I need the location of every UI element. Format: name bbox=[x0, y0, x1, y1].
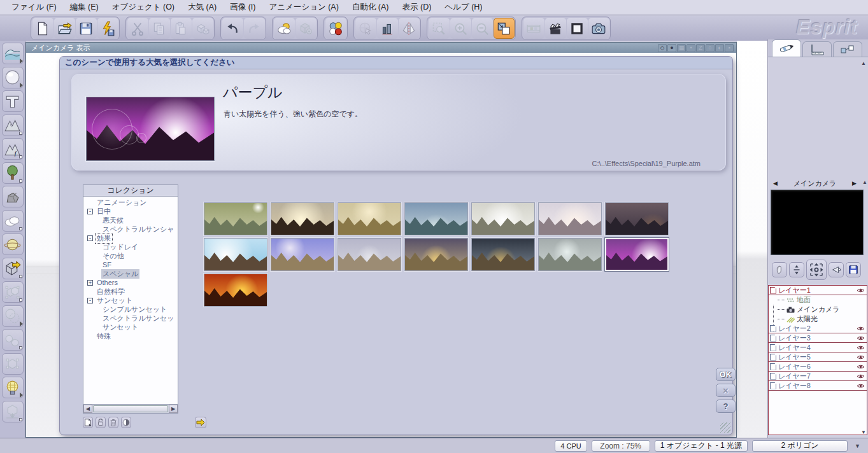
scene-object-row[interactable]: メインカメラ bbox=[769, 305, 867, 314]
object-count-button[interactable]: 1 オブジェクト - 1 光源 bbox=[655, 440, 748, 452]
atmosphere-thumbnail[interactable] bbox=[404, 238, 468, 271]
next-camera-icon[interactable]: ▶ bbox=[848, 180, 860, 186]
atmosphere-thumbnail[interactable] bbox=[471, 238, 535, 271]
atmosphere-thumbnail[interactable] bbox=[338, 238, 401, 271]
cloud-tool[interactable] bbox=[2, 210, 24, 232]
tree-item[interactable]: シンプルサンセット bbox=[85, 305, 176, 314]
save-view-icon[interactable] bbox=[846, 262, 861, 277]
scroll-left-icon[interactable]: ◀ bbox=[83, 405, 92, 413]
plus-toggle-icon[interactable]: + bbox=[87, 280, 93, 286]
object-stats-icon[interactable] bbox=[377, 18, 398, 39]
tree-item[interactable]: -サンセット bbox=[85, 296, 176, 305]
layer-row[interactable]: レイヤー6 bbox=[769, 362, 867, 372]
render-camera-icon[interactable] bbox=[588, 18, 609, 39]
new-scene-icon[interactable] bbox=[32, 18, 53, 39]
atmosphere-thumbnail[interactable] bbox=[404, 202, 468, 235]
minus-toggle-icon[interactable]: - bbox=[87, 235, 93, 241]
tree-item[interactable]: +Others bbox=[85, 278, 176, 287]
atmosphere-thumbnail[interactable] bbox=[538, 238, 602, 271]
scroll-up-icon[interactable]: ▲ bbox=[861, 60, 866, 66]
elevation-icon[interactable] bbox=[789, 262, 804, 277]
tree-item[interactable]: その他 bbox=[85, 251, 176, 260]
minus-toggle-icon[interactable]: - bbox=[87, 209, 93, 214]
mirror-icon[interactable] bbox=[399, 18, 420, 39]
polygon-count-button[interactable]: 2 ポリゴン bbox=[752, 440, 848, 452]
status-dropdown-icon[interactable]: ▼ bbox=[852, 443, 863, 449]
atmosphere-thumbnail[interactable] bbox=[605, 238, 669, 271]
pan-hand-icon[interactable] bbox=[772, 262, 787, 277]
scene-object-row[interactable]: 太陽光 bbox=[769, 314, 867, 324]
visibility-eye-icon[interactable] bbox=[857, 335, 865, 341]
layer-row[interactable]: レイヤー1 bbox=[769, 286, 867, 295]
cancel-button[interactable]: × bbox=[716, 384, 736, 397]
layer-row[interactable]: レイヤー4 bbox=[769, 343, 867, 352]
apply-icon[interactable] bbox=[195, 417, 206, 428]
tab-links[interactable] bbox=[833, 41, 862, 57]
planet-tool[interactable] bbox=[2, 233, 24, 255]
visibility-eye-icon[interactable] bbox=[857, 345, 865, 351]
tree-item[interactable]: サンセット bbox=[85, 323, 176, 331]
tree-item[interactable]: ゴッドレイ bbox=[85, 242, 176, 251]
scrollbar-thumb[interactable] bbox=[93, 405, 168, 412]
layer-row[interactable]: レイヤー5 bbox=[769, 352, 867, 362]
tree-item[interactable]: 自然科学 bbox=[85, 287, 176, 296]
atmosphere-thumbnail[interactable] bbox=[271, 202, 334, 235]
atmosphere-thumbnail[interactable] bbox=[204, 202, 267, 235]
tab-measure[interactable] bbox=[802, 41, 832, 57]
help-button[interactable]: ? bbox=[716, 400, 736, 413]
procedural-terrain-tool[interactable]: f bbox=[2, 138, 24, 160]
menu-item[interactable]: 編集 (E) bbox=[70, 2, 112, 13]
tab-objects[interactable] bbox=[772, 39, 801, 57]
open-file-icon[interactable] bbox=[54, 18, 75, 39]
sphere-tool[interactable] bbox=[2, 67, 24, 88]
atmosphere-thumbnail[interactable] bbox=[271, 238, 334, 271]
visibility-eye-icon[interactable] bbox=[857, 326, 865, 331]
zoom-level-button[interactable]: Zoom : 75% bbox=[592, 440, 650, 452]
rotate-camera-icon[interactable] bbox=[829, 262, 844, 277]
text-tool[interactable] bbox=[2, 90, 24, 112]
light-tool[interactable] bbox=[2, 377, 24, 398]
atmosphere-thumbnail[interactable] bbox=[338, 202, 401, 235]
visibility-eye-icon[interactable] bbox=[857, 354, 865, 360]
save-icon[interactable] bbox=[76, 18, 97, 39]
menu-item[interactable]: 大気 (A) bbox=[188, 2, 230, 13]
collection-h-scrollbar[interactable]: ◀ ▶ bbox=[83, 404, 178, 413]
camera-scroll-up-icon[interactable]: ▲ bbox=[862, 179, 867, 185]
visibility-eye-icon[interactable] bbox=[857, 288, 865, 293]
atmosphere-thumbnail[interactable] bbox=[471, 202, 535, 235]
cpu-count-button[interactable]: 4 CPU bbox=[555, 440, 587, 452]
menu-item[interactable]: 画像 (I) bbox=[230, 2, 269, 13]
tree-item[interactable]: スペシャル bbox=[85, 269, 176, 278]
terrain-tool[interactable] bbox=[2, 115, 24, 136]
window-titlebar[interactable]: メインカメラ 表示 ◇●▦•Z○◐▪ bbox=[26, 43, 736, 53]
prev-camera-icon[interactable]: ◀ bbox=[769, 180, 781, 186]
visibility-eye-icon[interactable] bbox=[857, 373, 865, 379]
wireframe-cube-icon[interactable]: ◇ bbox=[658, 44, 667, 52]
atmosphere-thumbnail[interactable] bbox=[605, 202, 669, 235]
undo-icon[interactable] bbox=[222, 18, 243, 39]
delete-icon[interactable] bbox=[108, 417, 118, 428]
rock-tool[interactable] bbox=[2, 186, 24, 207]
scroll-right-icon[interactable]: ▶ bbox=[169, 405, 178, 413]
menu-item[interactable]: ヘルプ (H) bbox=[445, 2, 495, 13]
menu-item[interactable]: 自動化 (A) bbox=[352, 2, 402, 13]
tree-tool[interactable] bbox=[2, 162, 24, 184]
lock-icon[interactable] bbox=[96, 417, 106, 428]
menu-item[interactable]: オブジェクト (O) bbox=[112, 2, 188, 13]
color-palette-icon[interactable] bbox=[325, 18, 346, 39]
fit-view-icon[interactable] bbox=[494, 18, 515, 39]
tree-item[interactable]: 悪天候 bbox=[85, 216, 176, 225]
menu-item[interactable]: 表示 (D) bbox=[402, 2, 445, 13]
tree-item[interactable]: スペクトラルサンシャ bbox=[85, 225, 176, 233]
atmosphere-thumbnail[interactable] bbox=[538, 202, 602, 235]
tree-item[interactable]: SF bbox=[85, 260, 176, 269]
tree-item[interactable]: -日中 bbox=[85, 207, 176, 216]
layer-row[interactable]: レイヤー3 bbox=[769, 333, 867, 343]
new-collection-icon[interactable] bbox=[83, 417, 93, 428]
tree-item[interactable]: アニメーション bbox=[85, 198, 176, 207]
camera-view-icon[interactable]: ● bbox=[667, 44, 676, 52]
atmosphere-editor-icon[interactable] bbox=[274, 18, 295, 39]
atmosphere-thumbnail[interactable] bbox=[204, 238, 267, 271]
layer-row[interactable]: レイヤー8 bbox=[769, 381, 867, 391]
visibility-eye-icon[interactable] bbox=[857, 364, 865, 370]
